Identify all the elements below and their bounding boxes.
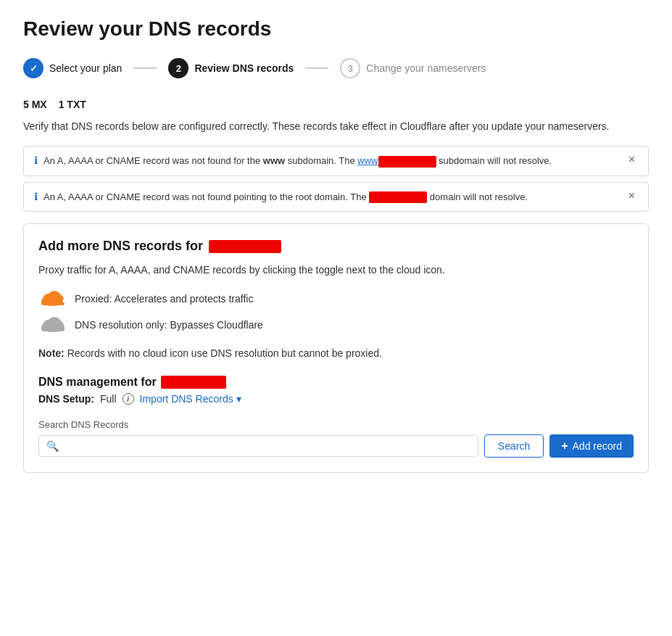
proxy-proxied-label: Proxied: Accelerates and protects traffi…: [75, 293, 253, 305]
proxy-dns-only-label: DNS resolution only: Bypasses Cloudflare: [75, 319, 263, 331]
proxy-item-proxied: Proxied: Accelerates and protects traffi…: [38, 289, 634, 308]
close-alert-1-button[interactable]: ×: [626, 154, 638, 165]
dns-setup-row: DNS Setup: Full i Import DNS Records ▾: [38, 393, 634, 405]
svg-rect-4: [41, 301, 65, 305]
dns-management-title: DNS management for: [38, 376, 634, 389]
search-input[interactable]: [65, 440, 470, 452]
alert-www: ℹ An A, AAAA or CNAME record was not fou…: [23, 146, 649, 176]
step-3-circle: 3: [340, 58, 360, 78]
step-1-circle: ✓: [23, 58, 43, 78]
alert-root-content: ℹ An A, AAAA or CNAME record was not fou…: [34, 190, 626, 205]
dns-card-title-text: Add more DNS records for: [38, 239, 203, 254]
add-record-button[interactable]: + Add record: [549, 434, 634, 458]
note-text: Note: Records with no cloud icon use DNS…: [38, 346, 634, 361]
dns-setup-value: Full: [100, 393, 117, 405]
redacted-2: [369, 191, 427, 203]
dns-management-title-text: DNS management for: [38, 376, 157, 389]
import-dns-records-link[interactable]: Import DNS Records ▾: [140, 393, 241, 405]
import-chevron-icon: ▾: [236, 393, 241, 405]
alert-root-text: An A, AAAA or CNAME record was not found…: [43, 190, 626, 205]
mx-count: 5 MX: [23, 99, 47, 110]
search-section: Search DNS Records 🔍 Search + Add record: [38, 419, 634, 458]
redacted-domain-management: [161, 376, 226, 389]
record-counts: 5 MX 1 TXT: [23, 99, 649, 110]
alert-www-text: An A, AAAA or CNAME record was not found…: [43, 154, 626, 168]
search-row: 🔍 Search + Add record: [38, 434, 634, 458]
alert-www-content: ℹ An A, AAAA or CNAME record was not fou…: [34, 154, 626, 168]
dns-setup-info-icon[interactable]: i: [123, 393, 134, 405]
add-record-label: Add record: [573, 440, 622, 452]
dns-card-description: Proxy traffic for A, AAAA, and CNAME rec…: [38, 263, 634, 278]
dns-management-section: DNS management for DNS Setup: Full i Imp…: [38, 376, 634, 405]
cloud-orange-icon: [38, 289, 67, 308]
step-divider-2: [305, 67, 328, 69]
close-alert-2-button[interactable]: ×: [626, 190, 638, 202]
step-review-dns: 2 Review DNS records: [168, 58, 294, 78]
proxy-item-dns-only: DNS resolution only: Bypasses Cloudflare: [38, 315, 634, 334]
step-2-circle: 2: [168, 58, 188, 78]
svg-rect-11: [41, 327, 65, 331]
page-title: Review your DNS records: [23, 17, 649, 41]
step-3-label: Change your nameservers: [366, 62, 486, 74]
plus-icon: +: [561, 439, 568, 453]
info-icon-1: ℹ: [34, 154, 38, 166]
info-icon-2: ℹ: [34, 191, 38, 202]
step-2-label: Review DNS records: [194, 62, 294, 74]
step-change-nameservers: 3 Change your nameservers: [340, 58, 486, 78]
search-input-wrap: 🔍: [38, 435, 478, 457]
import-dns-records-label: Import DNS Records: [140, 393, 233, 405]
dns-setup-label: DNS Setup:: [38, 393, 94, 405]
step-divider-1: [133, 67, 157, 69]
txt-count: 1 TXT: [59, 99, 86, 110]
search-icon: 🔍: [46, 440, 59, 452]
alert-www-link[interactable]: www: [357, 155, 378, 166]
redacted-1: [378, 156, 436, 168]
search-label: Search DNS Records: [38, 419, 634, 430]
dns-card-title: Add more DNS records for: [38, 239, 634, 254]
svg-point-6: [63, 299, 67, 303]
redacted-domain-title: [209, 240, 281, 253]
page-description: Verify that DNS records below are config…: [23, 119, 649, 134]
dns-card: Add more DNS records for Proxy traffic f…: [23, 223, 649, 473]
proxy-legend: Proxied: Accelerates and protects traffi…: [38, 289, 634, 334]
step-select-plan: ✓ Select your plan: [23, 58, 122, 78]
stepper: ✓ Select your plan 2 Review DNS records …: [23, 58, 649, 78]
step-1-label: Select your plan: [49, 62, 122, 74]
cloud-gray-icon: [38, 315, 67, 334]
alert-root: ℹ An A, AAAA or CNAME record was not fou…: [23, 182, 649, 212]
search-button[interactable]: Search: [484, 434, 544, 458]
